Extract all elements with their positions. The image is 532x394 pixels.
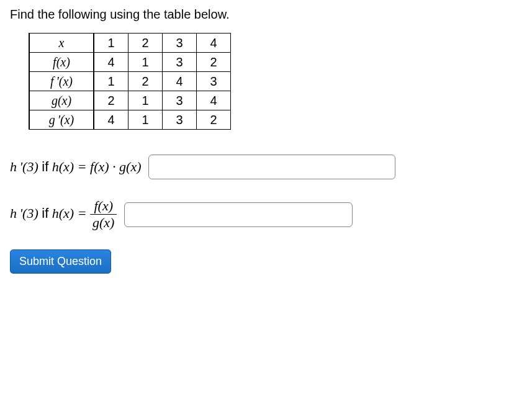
- cell: 4: [94, 110, 128, 130]
- function-table: x 1 2 3 4 f(x) 4 1 3 2 f '(x) 1 2 4 3 g(…: [29, 33, 231, 130]
- table-row: g '(x) 4 1 3 2: [29, 110, 231, 130]
- cell: 1: [128, 91, 163, 110]
- question-1-expression: h '(3) if h(x) = f(x) · g(x): [10, 159, 141, 175]
- cell: 3: [163, 91, 197, 110]
- question-1: h '(3) if h(x) = f(x) · g(x): [10, 154, 522, 179]
- cell: 2: [197, 110, 231, 130]
- table-row: g(x) 2 1 3 4: [29, 91, 231, 110]
- cell: 4: [163, 72, 197, 91]
- cell: 2: [128, 34, 163, 53]
- row-header: x: [29, 34, 94, 53]
- cell: 4: [197, 91, 231, 110]
- row-header: f '(x): [29, 72, 94, 91]
- table-row: f '(x) 1 2 4 3: [29, 72, 231, 91]
- cell: 1: [94, 72, 128, 91]
- cell: 1: [128, 53, 163, 72]
- question-2-expression: h '(3) if h(x) = f(x) g(x): [10, 198, 117, 231]
- cell: 4: [94, 53, 128, 72]
- answer-input-2[interactable]: [124, 202, 353, 227]
- table-row: f(x) 4 1 3 2: [29, 53, 231, 72]
- table-row: x 1 2 3 4: [29, 34, 231, 53]
- cell: 3: [163, 53, 197, 72]
- answer-input-1[interactable]: [148, 154, 395, 179]
- question-2: h '(3) if h(x) = f(x) g(x): [10, 198, 522, 231]
- cell: 4: [197, 34, 231, 53]
- cell: 1: [94, 34, 128, 53]
- cell: 2: [128, 72, 163, 91]
- row-header: g '(x): [29, 110, 94, 130]
- cell: 3: [163, 34, 197, 53]
- cell: 1: [128, 110, 163, 130]
- cell: 2: [94, 91, 128, 110]
- row-header: g(x): [29, 91, 94, 110]
- cell: 3: [163, 110, 197, 130]
- submit-button[interactable]: Submit Question: [10, 249, 111, 274]
- row-header: f(x): [29, 53, 94, 72]
- cell: 3: [197, 72, 231, 91]
- instruction-text: Find the following using the table below…: [10, 7, 522, 22]
- cell: 2: [197, 53, 231, 72]
